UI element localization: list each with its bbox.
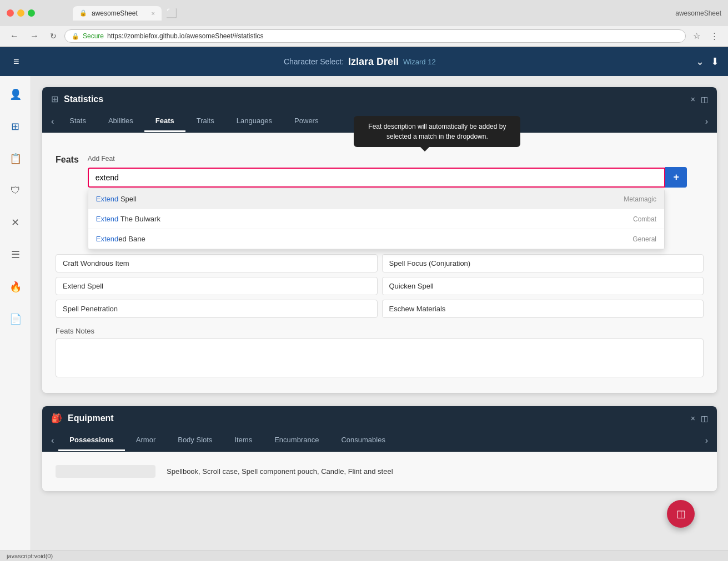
tab-traits[interactable]: Traits: [185, 111, 225, 132]
dropdown-type-1: Metamagic: [624, 195, 656, 203]
feat-tooltip: Feat description will automatically be a…: [354, 116, 520, 147]
refresh-btn[interactable]: ↻: [47, 31, 60, 42]
dropdown-match-2: Extend: [96, 215, 118, 223]
dropdown-match-3: Extend: [96, 235, 118, 243]
traffic-light-red[interactable]: [7, 9, 14, 17]
equipment-body-layout: Spellbook, Scroll case, Spell component …: [56, 465, 704, 478]
equipment-panel: 🎒 Equipment × ◫ ‹ Possessions Armor Body…: [42, 406, 717, 491]
feat-dropdown: Extend Spell Metamagic Extend The Bulwar…: [88, 189, 665, 250]
sidebar-item-clipboard[interactable]: 📋: [6, 149, 25, 168]
sidebar-item-grid[interactable]: ⊞: [8, 117, 23, 136]
statistics-layout-btn[interactable]: ◫: [701, 95, 708, 104]
equipment-panel-nav: ‹ Possessions Armor Body Slots Items Enc…: [42, 430, 717, 452]
dropdown-item-name-1: Extend Spell: [96, 195, 137, 203]
feat-chip-spell-focus[interactable]: Spell Focus (Conjuration): [382, 254, 704, 272]
tab-close-btn[interactable]: ×: [152, 10, 155, 17]
equipment-panel-icon: 🎒: [51, 413, 62, 423]
statistics-panel-body: Feats Add Feat Feat description will aut…: [42, 133, 717, 393]
equipment-layout-btn[interactable]: ◫: [701, 414, 708, 423]
dropdown-type-3: General: [632, 235, 656, 243]
equipment-panel-header: 🎒 Equipment × ◫: [42, 406, 717, 430]
statistics-panel-header: ⊞ Statistics × ◫: [42, 87, 717, 111]
statistics-panel-title: Statistics: [64, 94, 691, 104]
sidebar-item-document[interactable]: 📄: [6, 310, 25, 328]
statistics-close-btn[interactable]: ×: [691, 95, 695, 104]
main-layout: 👤 ⊞ 📋 🛡 ✕ ☰ 🔥 📄 ⊞ Statistics × ◫ ‹ Stats: [0, 76, 728, 561]
feat-chip-eschew-materials[interactable]: Eschew Materials: [382, 300, 704, 318]
sidebar-item-user[interactable]: 👤: [6, 85, 25, 104]
tab-consumables[interactable]: Consumables: [330, 430, 396, 451]
tab-powers[interactable]: Powers: [283, 111, 329, 132]
add-feat-row: +: [88, 167, 687, 188]
tab-feats[interactable]: Feats: [144, 111, 185, 132]
dropdown-item-name-2: Extend The Bulwark: [96, 215, 160, 223]
tab-items[interactable]: Items: [223, 430, 263, 451]
add-feat-label: Add Feat: [88, 155, 687, 163]
feats-label: Feats: [56, 155, 79, 165]
back-btn[interactable]: ←: [7, 30, 22, 42]
tab-possessions[interactable]: Possessions: [58, 430, 125, 451]
browser-chrome: 🔒 awesomeSheet × ⬜ awesomeSheet ← → ↻ 🔒 …: [0, 0, 728, 47]
statistics-panel-actions: × ◫: [691, 95, 708, 104]
tab-abilities[interactable]: Abilities: [97, 111, 144, 132]
dropdown-item-name-3: Extended Bane: [96, 235, 145, 243]
feats-notes-textarea[interactable]: [56, 338, 704, 377]
feat-chip-spell-penetration[interactable]: Spell Penetration: [56, 300, 378, 318]
feat-chip-quicken-spell[interactable]: Quicken Spell: [382, 277, 704, 295]
char-select-dropdown-btn[interactable]: ⌄: [696, 55, 704, 68]
url-text: https://zombiefox.github.io/awesomeSheet…: [107, 32, 263, 40]
hamburger-btn[interactable]: ≡: [9, 54, 24, 70]
feats-notes-label: Feats Notes: [56, 327, 704, 335]
statistics-panel-icon: ⊞: [51, 94, 58, 104]
status-bar: javascript:void(0): [0, 550, 728, 561]
tab-encumbrance[interactable]: Encumbrance: [263, 430, 330, 451]
equipment-close-btn[interactable]: ×: [691, 414, 695, 423]
header-actions: ⌄ ⬇: [696, 55, 719, 68]
new-tab-btn[interactable]: ⬜: [162, 4, 182, 22]
fab-btn[interactable]: ◫: [667, 500, 695, 528]
statistics-next-btn[interactable]: ›: [701, 112, 712, 131]
equipment-panel-body: Spellbook, Scroll case, Spell component …: [42, 452, 717, 491]
download-btn[interactable]: ⬇: [711, 55, 719, 68]
browser-titlebar: 🔒 awesomeSheet × ⬜ awesomeSheet: [0, 0, 728, 26]
tab-stats[interactable]: Stats: [58, 111, 97, 132]
header-center: Character Select: Izlara Drell Wizard 12: [24, 56, 696, 68]
sidebar-item-list[interactable]: ☰: [8, 245, 23, 264]
dropdown-item-extend-spell[interactable]: Extend Spell Metamagic: [88, 189, 664, 209]
char-class: Wizard 12: [403, 58, 436, 66]
equipment-prev-btn[interactable]: ‹: [47, 431, 58, 450]
statistics-prev-btn[interactable]: ‹: [47, 112, 58, 131]
feat-chip-craft-wondrous[interactable]: Craft Wondrous Item: [56, 254, 378, 272]
browser-menu-btn[interactable]: ⋮: [707, 30, 721, 42]
sidebar-item-fire[interactable]: 🔥: [6, 277, 25, 296]
dropdown-type-2: Combat: [633, 215, 656, 223]
dropdown-item-extended-bane[interactable]: Extended Bane General: [88, 229, 664, 249]
possessions-left-panel: [56, 465, 155, 478]
sidebar-item-shield[interactable]: 🛡: [7, 181, 24, 200]
address-bar[interactable]: 🔒 Secure https://zombiefox.github.io/awe…: [64, 29, 686, 43]
browser-window-title: awesomeSheet: [675, 9, 721, 17]
app-header: ≡ Character Select: Izlara Drell Wizard …: [0, 47, 728, 76]
tab-title: awesomeSheet: [92, 9, 138, 17]
feat-search-input[interactable]: [88, 168, 666, 188]
feats-grid: Craft Wondrous Item Spell Focus (Conjura…: [56, 254, 704, 318]
tab-languages[interactable]: Languages: [225, 111, 283, 132]
feat-add-btn[interactable]: +: [665, 167, 687, 188]
browser-toolbar: ← → ↻ 🔒 Secure https://zombiefox.github.…: [0, 26, 728, 47]
bookmark-btn[interactable]: ☆: [690, 30, 703, 42]
dropdown-item-extend-bulwark[interactable]: Extend The Bulwark Combat: [88, 209, 664, 229]
feat-chip-extend-spell[interactable]: Extend Spell: [56, 277, 378, 295]
tab-body-slots[interactable]: Body Slots: [167, 430, 223, 451]
equipment-next-btn[interactable]: ›: [701, 431, 712, 450]
browser-tab[interactable]: 🔒 awesomeSheet ×: [73, 6, 162, 21]
traffic-light-green[interactable]: [28, 9, 35, 17]
forward-btn[interactable]: →: [27, 30, 42, 42]
sidebar-item-cross[interactable]: ✕: [8, 213, 23, 232]
sidebar: 👤 ⊞ 📋 🛡 ✕ ☰ 🔥 📄: [0, 76, 31, 561]
tab-icon: 🔒: [79, 9, 87, 17]
dropdown-match-1: Extend: [96, 195, 118, 203]
traffic-light-yellow[interactable]: [17, 9, 24, 17]
possessions-text: Spellbook, Scroll case, Spell component …: [164, 465, 704, 478]
equipment-nav-tabs: Possessions Armor Body Slots Items Encum…: [58, 430, 700, 451]
tab-armor[interactable]: Armor: [125, 430, 167, 451]
